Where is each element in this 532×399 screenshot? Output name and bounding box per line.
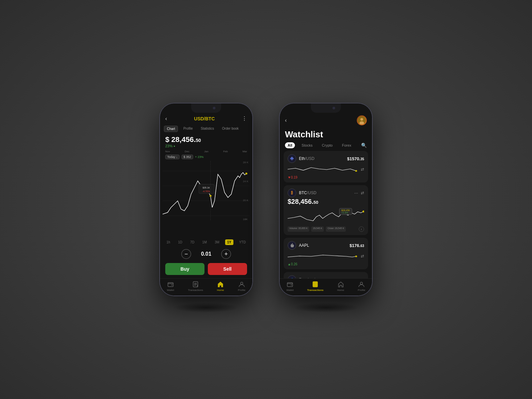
month-jan: Jan: [204, 150, 208, 153]
tab-profile[interactable]: Profile: [181, 126, 195, 132]
increase-button[interactable]: +: [221, 249, 231, 259]
p2-transactions-icon: [312, 281, 319, 288]
trading-pair-title: USD/BTC: [194, 116, 215, 121]
svg-point-24: [355, 256, 357, 257]
aapl-card[interactable]: AAPL $176.63 ⇄: [284, 238, 368, 269]
trade-buttons: Buy Sell: [160, 261, 252, 278]
eth-chart-row: ⇄: [288, 164, 364, 174]
order-section: − 0.01 +: [160, 247, 252, 261]
filter-stocks[interactable]: Stocks: [299, 142, 315, 148]
profile-icon: [238, 281, 245, 288]
time-ytd[interactable]: YTD: [237, 239, 248, 245]
fb-card-left: f Facebook: [288, 275, 317, 278]
p2-header: ‹: [280, 103, 372, 128]
title-suffix: BTC: [205, 116, 215, 121]
btc-stat-2: 29,545 K: [311, 226, 324, 232]
p2-back-button[interactable]: ‹: [285, 117, 287, 123]
svg-point-16: [240, 282, 243, 285]
eth-mini-chart: [288, 164, 358, 174]
p2-nav-transactions[interactable]: Transactions: [307, 281, 324, 292]
phone2-wrapper: ‹ Watchlist All Stocks Crypto: [279, 103, 372, 296]
aapl-change: ▲0.26: [288, 262, 297, 266]
notch-dot: [213, 107, 215, 109]
fb-icon: f: [288, 275, 296, 278]
time-7d[interactable]: 7D: [188, 239, 197, 245]
price-section: $ 28,456.50 23% ●: [160, 133, 252, 149]
aapl-icon: [288, 241, 296, 250]
p2-nav-profile[interactable]: Profile: [358, 281, 365, 292]
month-mar: Mar: [242, 150, 247, 153]
chart-area: Nov Dec Jan Feb Mar Today ↓ $ 352 + 23%: [160, 149, 252, 237]
eth-card[interactable]: Eth/USD $1570.35 ⇄: [284, 151, 368, 183]
buy-button[interactable]: Buy: [165, 263, 204, 275]
month-dec: Dec: [185, 150, 189, 153]
sell-button[interactable]: Sell: [208, 263, 247, 275]
current-price: $ 28,456.50: [165, 135, 247, 144]
nav-transactions[interactable]: Transactions: [188, 281, 203, 292]
btc-swap-icon[interactable]: ⇄: [361, 191, 364, 195]
svg-point-18: [360, 118, 363, 121]
price-chart[interactable]: $35.34 -4.76% 28 K 24 K 2: [163, 161, 250, 221]
fb-card[interactable]: f Facebook $265.63: [284, 272, 368, 278]
phone2-screen: ‹ Watchlist All Stocks Crypto: [280, 103, 372, 296]
tab-chart[interactable]: Chart: [164, 126, 178, 132]
today-selector[interactable]: Today ↓: [165, 155, 180, 159]
btc-icon: ₿: [288, 189, 296, 197]
btc-card-header: ₿ BTC/USD ··· ⇄: [288, 189, 364, 197]
p2-nav-home[interactable]: Home: [337, 281, 344, 292]
phone1-wrapper: ‹ USD/BTC ⋮ Chart Profile Statistics Ord…: [160, 103, 253, 296]
btc-stat-3: Close: 29,545 K: [326, 226, 346, 232]
chart-svg: $35.34 -4.76%: [163, 161, 250, 221]
aapl-change-row: ▲0.26: [288, 262, 364, 266]
svg-text:-4.76%: -4.76%: [202, 190, 210, 193]
btc-stat-volume: Volume: 35,655 K: [288, 226, 309, 232]
today-bar: Today ↓ $ 352 + 23%: [163, 154, 250, 160]
search-icon[interactable]: 🔍: [361, 143, 367, 148]
filter-forex[interactable]: Forex: [339, 142, 354, 148]
p2-nav-wallet-label: Wallet: [286, 289, 294, 292]
filter-row: All Stocks Crypto Forex 🔍: [280, 142, 372, 151]
btc-card[interactable]: ₿ BTC/USD ··· ⇄ $28,456.50: [284, 185, 368, 235]
percent-tag: + 23%: [195, 155, 204, 159]
time-1d[interactable]: 1D: [176, 239, 185, 245]
time-1m[interactable]: 1M: [200, 239, 209, 245]
y-label-18k: 18K: [243, 218, 248, 221]
eth-swap-icon[interactable]: ⇄: [361, 167, 364, 172]
nav-wallet[interactable]: Wallet: [167, 281, 174, 292]
fb-card-top: f Facebook $265.63: [288, 275, 364, 278]
p2-home-icon: [337, 281, 344, 288]
aapl-card-left: AAPL: [288, 241, 309, 250]
aapl-swap-icon[interactable]: ⇄: [361, 254, 364, 258]
tab-orderbook[interactable]: Order book: [219, 126, 241, 132]
btc-more-button[interactable]: ···: [354, 190, 358, 196]
user-avatar[interactable]: [357, 115, 367, 125]
time-3m[interactable]: 3M: [213, 239, 221, 245]
tab-statistics[interactable]: Statistics: [198, 126, 217, 132]
svg-point-31: [360, 282, 363, 285]
btc-chart-area: $28,456 +2.3%: [288, 207, 364, 225]
menu-button[interactable]: ⋮: [242, 115, 247, 122]
p2-nav-wallet[interactable]: Wallet: [286, 281, 294, 292]
title-prefix: USD/: [194, 116, 205, 121]
filter-all[interactable]: All: [285, 142, 295, 148]
chart-tabs: Chart Profile Statistics Order book: [160, 124, 252, 133]
svg-rect-10: [168, 283, 173, 287]
nav-home[interactable]: Home: [217, 281, 224, 292]
y-label-28k: 28 K: [243, 161, 248, 164]
month-feb: Feb: [223, 150, 228, 153]
nav-profile-label: Profile: [238, 289, 246, 292]
decrease-button[interactable]: −: [181, 249, 191, 259]
time-1h[interactable]: 1h: [165, 239, 172, 245]
filter-crypto[interactable]: Crypto: [319, 142, 335, 148]
price-change: 23% ●: [165, 144, 247, 148]
btc-info-button[interactable]: i: [359, 226, 364, 232]
time-1y[interactable]: 1Y: [225, 239, 233, 245]
nav-profile[interactable]: Profile: [238, 281, 246, 292]
p1-bottom-nav: Wallet Transactions: [160, 278, 252, 296]
svg-text:$35.34: $35.34: [202, 187, 210, 189]
eth-change-row: ▼0.19: [288, 176, 364, 179]
time-selector: 1h 1D 7D 1M 3M 1Y YTD: [160, 237, 252, 247]
back-button[interactable]: ‹: [165, 116, 167, 122]
p2-wallet-icon: [286, 281, 294, 288]
wallet-icon: [167, 281, 174, 288]
